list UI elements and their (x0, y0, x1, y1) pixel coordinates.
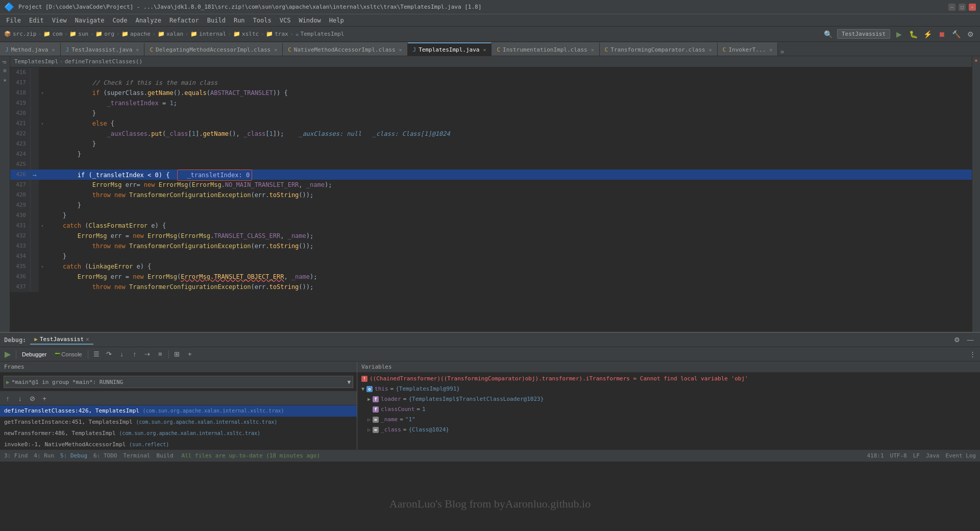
menu-run[interactable]: Run (230, 16, 249, 25)
frame-item-1[interactable]: getTransletInstance:451, TemplatesImpl (… (0, 417, 357, 428)
close-button[interactable]: ✕ (969, 4, 976, 11)
tab-method-java[interactable]: J Method.java ✕ (0, 42, 61, 56)
thread-add-btn[interactable]: + (39, 393, 50, 404)
status-encoding[interactable]: UTF-8 (890, 452, 907, 459)
code-editor[interactable]: TemplatesImpl › defineTransletClasses() … (10, 56, 972, 332)
restore-layout-btn[interactable]: ⊞ (172, 349, 183, 360)
frame-item-0[interactable]: defineTransletClasses:426, TemplatesImpl… (0, 405, 357, 417)
settings-button[interactable]: ⚙ (965, 29, 976, 40)
menu-file[interactable]: File (2, 16, 25, 25)
breadcrumb-org[interactable]: 📁 org (95, 31, 114, 37)
menu-build[interactable]: Build (203, 16, 230, 25)
step-out-btn[interactable]: ↑ (129, 349, 140, 360)
tab-invoker-class[interactable]: C InvokerT... ✕ (718, 42, 778, 56)
coverage-button[interactable]: ⚡ (922, 29, 933, 40)
window-controls[interactable]: — □ ✕ (948, 4, 976, 11)
thread-up-btn[interactable]: ↑ (2, 393, 13, 404)
tab-testjavassist-java[interactable]: J TestJavassist.java ✕ (61, 42, 145, 56)
status-debug[interactable]: 5: Debug (60, 452, 87, 459)
resume-button[interactable]: ▶ (2, 349, 13, 360)
menu-vcs[interactable]: VCS (276, 16, 295, 25)
debug-button[interactable]: 🐛 (908, 29, 919, 40)
expand-loader-icon[interactable]: ▶ (368, 395, 371, 404)
var-item-classcount[interactable]: ▶ f classCount = 1 (357, 404, 980, 415)
event-log-button[interactable]: Event Log (945, 452, 976, 459)
status-todo[interactable]: 6: TODO (93, 452, 117, 459)
project-icon[interactable]: P (1, 58, 9, 66)
variables-panel: Variables ! ((ChainedTransformer)((Trans… (357, 361, 980, 449)
build-button[interactable]: 🔨 (950, 29, 962, 40)
debug-panel: Debug: ▶ TestJavassist ✕ ⚙ — ▶ Debugger … (0, 332, 980, 449)
var-item-name[interactable]: ▷ ∞ _name = "1" (357, 415, 980, 425)
debug-more-btn[interactable]: ⋮ (967, 349, 978, 360)
menu-tools[interactable]: Tools (249, 16, 276, 25)
expand-this-icon[interactable]: ▼ (361, 384, 364, 394)
run-configuration[interactable]: TestJavassist (837, 29, 890, 39)
run-to-cursor-btn[interactable]: ⇢ (142, 349, 153, 360)
debug-tab-close[interactable]: ✕ (86, 336, 89, 343)
tab-instrumentation-class[interactable]: C InstrumentationImpl.class ✕ (492, 42, 599, 56)
breadcrumb-xalan[interactable]: 📁 xalan (158, 31, 183, 37)
menu-analyze[interactable]: Analyze (131, 16, 165, 25)
run-button[interactable]: ▶ (893, 29, 904, 40)
evaluate-btn[interactable]: ≡ (155, 349, 166, 360)
search-button[interactable]: 🔍 (823, 29, 834, 40)
breadcrumb-xsltc[interactable]: 📁 xsltc (233, 31, 259, 37)
code-area[interactable]: 416 417 // Check if this is the main cla… (10, 67, 972, 332)
step-into-btn[interactable]: ↓ (116, 349, 128, 360)
show-frames-btn[interactable]: ☰ (91, 349, 102, 360)
status-run[interactable]: 4: Run (34, 452, 54, 459)
breadcrumb-templatesimpl[interactable]: ☕ TemplatesImpl (296, 31, 345, 37)
thread-dropdown[interactable]: ▶ *main*@1 in group *main*: RUNNING ▼ (4, 376, 353, 388)
minimize-button[interactable]: — (948, 4, 955, 11)
menu-window[interactable]: Window (295, 16, 325, 25)
thread-down-btn[interactable]: ↓ (14, 393, 26, 404)
frame-item-3[interactable]: invoke0:-1, NativeMethodAccessorImpl (su… (0, 439, 357, 449)
status-build[interactable]: Build (156, 452, 173, 459)
stop-button[interactable]: ⏹ (936, 29, 947, 40)
step-over-btn[interactable]: ↷ (104, 349, 115, 360)
breadcrumb-srczip[interactable]: 📦 src.zip (4, 31, 36, 37)
status-terminal[interactable]: Terminal (123, 452, 150, 459)
thread-filter-btn[interactable]: ⊘ (27, 393, 38, 404)
menu-refactor[interactable]: Refactor (165, 16, 203, 25)
breadcrumb-class[interactable]: TemplatesImpl (14, 58, 58, 65)
code-line-432: 432 ErrorMsg err = new ErrorMsg(ErrorMsg… (10, 231, 972, 241)
more-tabs-button[interactable]: » (780, 47, 784, 56)
status-find[interactable]: 3: Find (4, 452, 28, 459)
subtab-debugger[interactable]: Debugger (19, 349, 50, 360)
var-item-class[interactable]: ▷ ∞ _class = {Class@1024} (357, 425, 980, 435)
menu-code[interactable]: Code (109, 16, 132, 25)
status-position[interactable]: 418:1 (867, 452, 884, 459)
structure-icon[interactable]: ≡ (1, 67, 9, 76)
menu-navigate[interactable]: Navigate (71, 16, 109, 25)
frame-item-2[interactable]: newTransformer:486, TemplatesImpl (com.s… (0, 428, 357, 439)
debug-minimize-btn[interactable]: — (965, 334, 976, 346)
breadcrumb-trax[interactable]: 📁 trax (266, 31, 288, 37)
tab-templatesimpl-java[interactable]: J TemplatesImpl.java ✕ (408, 42, 492, 56)
right-strip: ● (972, 56, 980, 332)
maximize-button[interactable]: □ (959, 4, 966, 11)
breadcrumb-apache[interactable]: 📁 apache (121, 31, 151, 37)
status-line-separator[interactable]: LF (913, 452, 920, 459)
subtab-console[interactable]: 📟 Console (51, 349, 85, 360)
breadcrumb-method[interactable]: defineTransletClasses() (65, 58, 142, 65)
breadcrumb-com[interactable]: 📁 com (43, 31, 62, 37)
debug-settings-btn[interactable]: ⚙ (951, 334, 963, 346)
breadcrumb-internal[interactable]: 📁 internal (190, 31, 226, 37)
menu-help[interactable]: Help (325, 16, 348, 25)
add-watch-btn[interactable]: + (184, 349, 195, 360)
var-item-loader[interactable]: ▶ f loader = {TemplatesImpl$TransletClas… (357, 394, 980, 404)
favorites-icon[interactable]: ★ (1, 77, 9, 85)
debug-tab-testjavassist[interactable]: ▶ TestJavassist ✕ (30, 335, 93, 345)
menu-edit[interactable]: Edit (25, 16, 48, 25)
tab-native-class[interactable]: C NativeMethodAccessorImpl.class ✕ (283, 42, 407, 56)
tab-delegating-class[interactable]: C DelegatingMethodAccessorImpl.class ✕ (144, 42, 283, 56)
var-item-this[interactable]: ▼ o this = {TemplatesImpl@991} (357, 384, 980, 394)
breadcrumb-sun[interactable]: 📁 sun (69, 31, 88, 37)
code-line-419: 419 _transletIndex = 1; (10, 98, 972, 108)
menu-view[interactable]: View (48, 16, 71, 25)
frame-label-1: getTransletInstance:451, TemplatesImpl (4, 419, 136, 425)
status-file-type[interactable]: Java (926, 452, 940, 459)
tab-transformingcomparator-class[interactable]: C TransformingComparator.class ✕ (600, 42, 718, 56)
